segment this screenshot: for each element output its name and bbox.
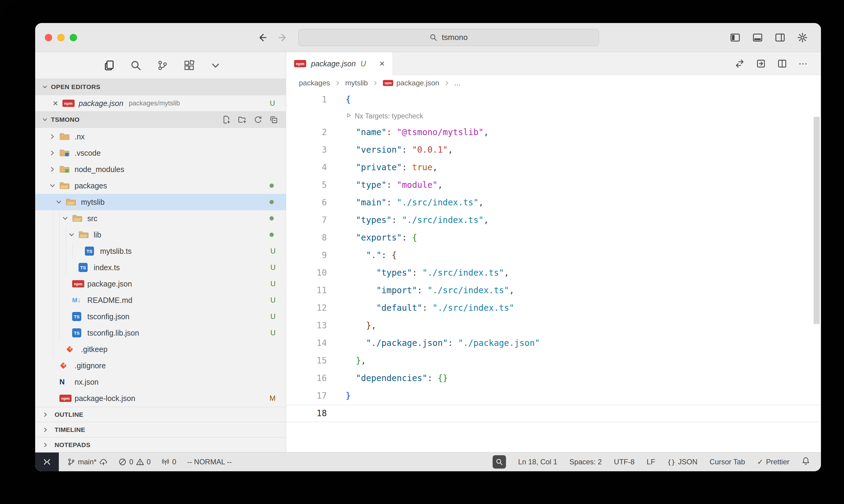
open-editor-item[interactable]: × npm package.json packages/mytslib U bbox=[35, 95, 286, 111]
cursor-position-status[interactable]: Ln 18, Col 1 bbox=[518, 458, 557, 466]
code-line[interactable]: 12 "default": "./src/index.ts" bbox=[286, 299, 821, 317]
tree-item-src[interactable]: src bbox=[35, 210, 286, 227]
toggle-primary-sidebar-icon[interactable] bbox=[730, 32, 740, 43]
new-folder-icon[interactable] bbox=[238, 115, 246, 124]
problems-status[interactable]: 0 0 bbox=[119, 458, 151, 466]
code-line[interactable]: 6 "main": "./src/index.ts", bbox=[286, 194, 821, 211]
cursor-tab-status[interactable]: Cursor Tab bbox=[710, 458, 745, 466]
search-box[interactable]: tsmono bbox=[298, 29, 599, 46]
tree-item-README.md[interactable]: M↓README.mdU bbox=[35, 292, 286, 308]
collapse-all-icon[interactable] bbox=[270, 115, 278, 124]
code-line[interactable]: 9 ".": { bbox=[286, 247, 821, 264]
line-number[interactable]: 2 bbox=[286, 124, 327, 141]
tree-item-.vscode[interactable]: .vscode bbox=[35, 145, 286, 161]
tree-item-tsconfig.lib.json[interactable]: TStsconfig.lib.jsonU bbox=[35, 325, 286, 341]
code-line[interactable]: 8 "exports": { bbox=[286, 229, 821, 247]
line-number[interactable]: 13 bbox=[286, 317, 327, 335]
line-number[interactable]: 14 bbox=[286, 335, 327, 352]
chevron-icon[interactable] bbox=[49, 150, 59, 156]
section-timeline[interactable]: TIMELINE bbox=[35, 422, 286, 437]
search-view-icon[interactable] bbox=[131, 60, 141, 71]
section-notepads[interactable]: NOTEPADS bbox=[35, 437, 286, 452]
forward-button[interactable] bbox=[278, 32, 288, 43]
compare-changes-icon[interactable] bbox=[735, 59, 744, 69]
language-mode-status[interactable]: {} JSON bbox=[667, 458, 697, 466]
line-number[interactable]: 6 bbox=[286, 194, 327, 211]
close-tab-icon[interactable]: × bbox=[379, 59, 385, 68]
line-number[interactable]: 18 bbox=[286, 404, 327, 422]
new-file-icon[interactable] bbox=[222, 115, 231, 124]
chevron-icon[interactable] bbox=[49, 182, 59, 189]
line-number[interactable]: 5 bbox=[286, 176, 327, 194]
line-number[interactable]: 7 bbox=[286, 211, 327, 229]
code-line[interactable]: 15 }, bbox=[286, 352, 821, 370]
refresh-icon[interactable] bbox=[254, 115, 262, 124]
line-number[interactable]: 8 bbox=[286, 229, 327, 247]
extensions-icon[interactable] bbox=[184, 60, 195, 71]
code-line[interactable]: 3 "version": "0.0.1", bbox=[286, 141, 821, 159]
tree-item-tsconfig.json[interactable]: TStsconfig.jsonU bbox=[35, 308, 286, 325]
code-line[interactable]: 4 "private": true, bbox=[286, 159, 821, 176]
tree-item-node_modules[interactable]: node_modules bbox=[35, 161, 286, 178]
code-line[interactable]: 17} bbox=[286, 387, 821, 404]
code-line[interactable]: 16 "dependencies": {} bbox=[286, 370, 821, 387]
source-control-icon[interactable] bbox=[157, 60, 168, 71]
tree-item-index.ts[interactable]: TSindex.tsU bbox=[35, 259, 286, 276]
eol-status[interactable]: LF bbox=[647, 458, 655, 466]
line-number[interactable]: 3 bbox=[286, 141, 327, 159]
notifications-bell-icon[interactable] bbox=[802, 457, 810, 467]
breadcrumb-item-package-json[interactable]: npm package.json bbox=[383, 79, 439, 87]
code-line[interactable]: 7 "types": "./src/index.ts", bbox=[286, 211, 821, 229]
zoom-window-button[interactable] bbox=[70, 34, 77, 41]
line-number[interactable]: 4 bbox=[286, 159, 327, 176]
code-line[interactable]: 18 bbox=[286, 404, 821, 422]
code-editor[interactable]: 1{Nx Targets: typecheck2 "name": "@tsmon… bbox=[286, 91, 821, 452]
open-changes-icon[interactable] bbox=[756, 59, 766, 69]
tree-item-mytslib.ts[interactable]: TSmytslib.tsU bbox=[35, 243, 286, 259]
open-editors-header[interactable]: OPEN EDITORS bbox=[35, 79, 286, 95]
close-window-button[interactable] bbox=[45, 34, 52, 41]
tree-item-.gitignore[interactable]: .gitignore bbox=[35, 357, 286, 374]
chevron-icon[interactable] bbox=[62, 215, 72, 222]
zoom-indicator[interactable] bbox=[493, 455, 506, 469]
chevron-icon[interactable] bbox=[55, 199, 66, 205]
tree-item-.gitkeep[interactable]: .gitkeep bbox=[35, 341, 286, 357]
code-line[interactable]: 10 "types": "./src/index.ts", bbox=[286, 264, 821, 282]
line-number[interactable]: 15 bbox=[286, 352, 327, 370]
line-number[interactable]: 12 bbox=[286, 299, 327, 317]
git-branch-status[interactable]: main* bbox=[67, 458, 108, 466]
tree-item-package-lock.json[interactable]: npmpackage-lock.jsonM bbox=[35, 390, 286, 407]
line-number[interactable]: 16 bbox=[286, 370, 327, 387]
toggle-panel-icon[interactable] bbox=[753, 32, 763, 43]
code-line[interactable]: 2 "name": "@tsmono/mytslib", bbox=[286, 124, 821, 141]
tree-item-lib[interactable]: lib bbox=[35, 227, 286, 243]
tree-item-package.json[interactable]: npmpackage.jsonU bbox=[35, 276, 286, 292]
explorer-icon[interactable] bbox=[104, 60, 115, 71]
settings-gear-icon[interactable] bbox=[797, 32, 808, 43]
breadcrumb-item-symbols[interactable]: ... bbox=[454, 79, 461, 87]
more-actions-icon[interactable]: ⋯ bbox=[798, 58, 808, 69]
line-number[interactable]: 17 bbox=[286, 387, 327, 404]
vim-mode-status[interactable]: -- NORMAL -- bbox=[187, 458, 231, 466]
code-line[interactable]: 11 "import": "./src/index.ts", bbox=[286, 282, 821, 299]
tree-item-mytslib[interactable]: mytslib bbox=[35, 194, 286, 210]
close-editor-icon[interactable]: × bbox=[53, 99, 58, 108]
chevron-icon[interactable] bbox=[68, 231, 79, 238]
ports-status[interactable]: 0 bbox=[161, 458, 176, 466]
line-number[interactable]: 11 bbox=[286, 282, 327, 299]
tree-item-packages[interactable]: packages bbox=[35, 178, 286, 194]
tree-item-.nx[interactable]: .nx bbox=[35, 128, 286, 145]
tree-item-nx.json[interactable]: Nnx.json bbox=[35, 374, 286, 390]
code-line[interactable]: 13 }, bbox=[286, 317, 821, 335]
chevron-icon[interactable] bbox=[49, 133, 59, 140]
split-editor-icon[interactable] bbox=[777, 59, 787, 69]
code-line[interactable]: 1{ bbox=[286, 91, 821, 108]
code-line[interactable]: 5 "type": "module", bbox=[286, 176, 821, 194]
remote-indicator[interactable] bbox=[35, 452, 59, 471]
minimize-window-button[interactable] bbox=[57, 34, 65, 41]
back-button[interactable] bbox=[257, 32, 268, 43]
breadcrumb-item-packages[interactable]: packages bbox=[299, 79, 330, 87]
tab-package-json[interactable]: npm package.json U × bbox=[286, 52, 393, 75]
more-views-chevron-icon[interactable] bbox=[210, 60, 221, 71]
indentation-status[interactable]: Spaces: 2 bbox=[569, 458, 602, 466]
